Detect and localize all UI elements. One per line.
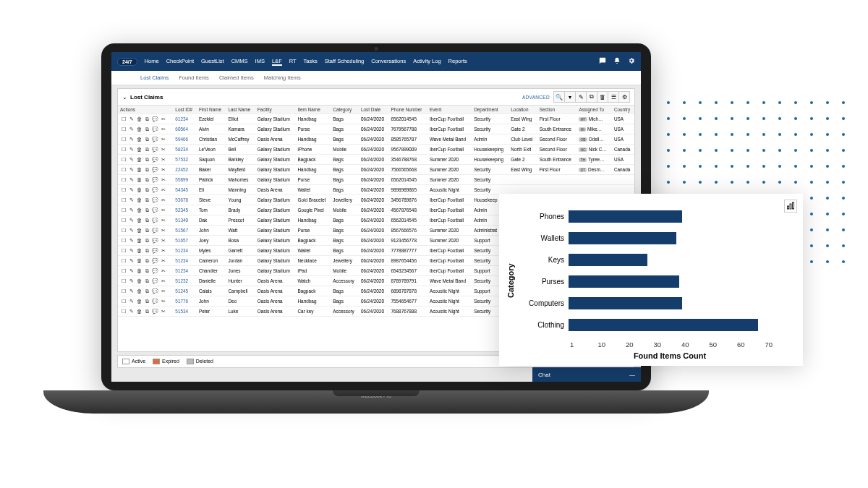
col-country[interactable]: Country — [612, 106, 634, 114]
trash-icon[interactable]: 🗑 — [136, 227, 142, 234]
copy-icon[interactable]: ⧉ — [144, 187, 150, 193]
nav-rt[interactable]: RT — [289, 58, 297, 66]
trash-icon[interactable]: 🗑 — [136, 278, 142, 284]
edit-icon[interactable]: ✎ — [128, 126, 135, 132]
link-icon[interactable]: ✂ — [160, 298, 166, 304]
trash-icon[interactable]: 🗑 — [136, 146, 142, 153]
link-icon[interactable]: ✂ — [160, 227, 166, 234]
checkbox[interactable]: ☐ — [120, 308, 127, 314]
link-icon[interactable]: ✂ — [160, 267, 166, 274]
col-location[interactable]: Location — [509, 106, 537, 114]
brand-logo[interactable]: 24/7 — [117, 58, 137, 66]
link-icon[interactable]: ✂ — [160, 146, 166, 153]
trash-icon[interactable]: 🗑 — [136, 247, 142, 254]
settings-button[interactable]: ⚙ — [618, 91, 630, 103]
filter-button[interactable]: ▾ — [564, 91, 576, 103]
trash-icon[interactable]: 🗑 — [136, 267, 142, 274]
lost-id-link[interactable]: 58234 — [175, 147, 188, 152]
trash-icon[interactable]: 🗑 — [136, 136, 142, 142]
lost-id-link[interactable]: 51657 — [175, 238, 188, 243]
edit-icon[interactable]: ✎ — [128, 257, 135, 264]
edit-icon[interactable]: ✎ — [128, 227, 135, 234]
nav-l-f[interactable]: L&F — [272, 58, 282, 66]
edit-icon[interactable]: ✎ — [128, 308, 135, 314]
chat-icon[interactable] — [599, 57, 606, 66]
link-icon[interactable]: ✂ — [160, 308, 166, 314]
trash-icon[interactable]: 🗑 — [136, 166, 142, 173]
tab-lost-claims[interactable]: Lost Claims — [140, 74, 169, 81]
copy-icon[interactable]: ⧉ — [144, 298, 150, 304]
lost-id-link[interactable]: 53678 — [175, 197, 188, 202]
checkbox[interactable]: ☐ — [120, 288, 127, 294]
copy-icon[interactable]: ⧉ — [144, 237, 150, 244]
edit-icon[interactable]: ✎ — [128, 136, 135, 142]
link-icon[interactable]: ✂ — [160, 237, 166, 244]
comment-icon[interactable]: 💬 — [152, 257, 158, 264]
lost-id-link[interactable]: 51534 — [175, 309, 188, 314]
copy-icon[interactable]: ⧉ — [144, 136, 150, 142]
edit-button[interactable]: ✎ — [575, 91, 587, 103]
edit-icon[interactable]: ✎ — [128, 288, 135, 294]
col-event[interactable]: Event — [427, 106, 472, 114]
link-icon[interactable]: ✂ — [160, 176, 166, 183]
link-icon[interactable]: ✂ — [160, 126, 166, 132]
copy-button[interactable]: ⧉ — [586, 91, 597, 103]
link-icon[interactable]: ✂ — [160, 156, 166, 163]
lost-id-link[interactable]: 61234 — [175, 116, 188, 121]
edit-icon[interactable]: ✎ — [128, 267, 135, 274]
edit-icon[interactable]: ✎ — [128, 116, 135, 122]
lost-id-link[interactable]: 52345 — [175, 207, 188, 213]
col-item-name[interactable]: Item Name — [296, 106, 331, 114]
link-icon[interactable]: ✂ — [160, 166, 166, 173]
lost-id-link[interactable]: 54345 — [175, 187, 188, 192]
lost-id-link[interactable]: 51245 — [175, 288, 188, 294]
checkbox[interactable]: ☐ — [120, 237, 127, 244]
lost-id-link[interactable]: 51234 — [175, 248, 188, 253]
tab-found-items[interactable]: Found Items — [179, 74, 209, 81]
col-last-name[interactable]: Last Name — [226, 106, 255, 114]
copy-icon[interactable]: ⧉ — [144, 146, 150, 153]
checkbox[interactable]: ☐ — [120, 197, 127, 203]
col-lost-date[interactable]: Lost Date — [359, 106, 388, 114]
col-first-name[interactable]: First Name — [197, 106, 226, 114]
edit-icon[interactable]: ✎ — [128, 187, 135, 193]
checkbox[interactable]: ☐ — [120, 166, 127, 173]
nav-cmms[interactable]: CMMS — [231, 58, 248, 66]
trash-icon[interactable]: 🗑 — [136, 298, 142, 304]
checkbox[interactable]: ☐ — [120, 247, 127, 254]
link-icon[interactable]: ✂ — [160, 288, 166, 294]
edit-icon[interactable]: ✎ — [128, 247, 135, 254]
comment-icon[interactable]: 💬 — [152, 308, 158, 314]
nav-home[interactable]: Home — [145, 58, 159, 66]
copy-icon[interactable]: ⧉ — [144, 207, 150, 213]
comment-icon[interactable]: 💬 — [152, 247, 158, 254]
chat-bar[interactable]: Chat — — [532, 367, 641, 382]
nav-staff-scheduling[interactable]: Staff Scheduling — [325, 58, 365, 66]
nav-guestlist[interactable]: GuestList — [201, 58, 224, 66]
checkbox[interactable]: ☐ — [120, 187, 127, 193]
checkbox[interactable]: ☐ — [120, 126, 127, 132]
edit-icon[interactable]: ✎ — [128, 166, 135, 173]
checkbox[interactable]: ☐ — [120, 146, 127, 153]
comment-icon[interactable]: 💬 — [152, 298, 158, 304]
nav-ims[interactable]: IMS — [255, 58, 265, 66]
trash-icon[interactable]: 🗑 — [136, 237, 142, 244]
lost-id-link[interactable]: 22452 — [175, 167, 188, 172]
trash-icon[interactable]: 🗑 — [136, 207, 142, 213]
collapse-icon[interactable]: ⌄ — [122, 94, 127, 100]
checkbox[interactable]: ☐ — [120, 176, 127, 183]
trash-icon[interactable]: 🗑 — [136, 257, 142, 264]
comment-icon[interactable]: 💬 — [152, 176, 158, 183]
link-icon[interactable]: ✂ — [160, 187, 166, 193]
copy-icon[interactable]: ⧉ — [144, 247, 150, 254]
col-assigned-to[interactable]: Assigned To — [576, 106, 611, 114]
edit-icon[interactable]: ✎ — [128, 207, 135, 213]
lost-id-link[interactable]: 51232 — [175, 278, 188, 283]
copy-icon[interactable]: ⧉ — [144, 116, 150, 122]
edit-icon[interactable]: ✎ — [128, 176, 135, 183]
comment-icon[interactable]: 💬 — [152, 227, 158, 234]
copy-icon[interactable]: ⧉ — [144, 288, 150, 294]
trash-icon[interactable]: 🗑 — [136, 156, 142, 163]
link-icon[interactable]: ✂ — [160, 207, 166, 213]
comment-icon[interactable]: 💬 — [152, 278, 158, 284]
